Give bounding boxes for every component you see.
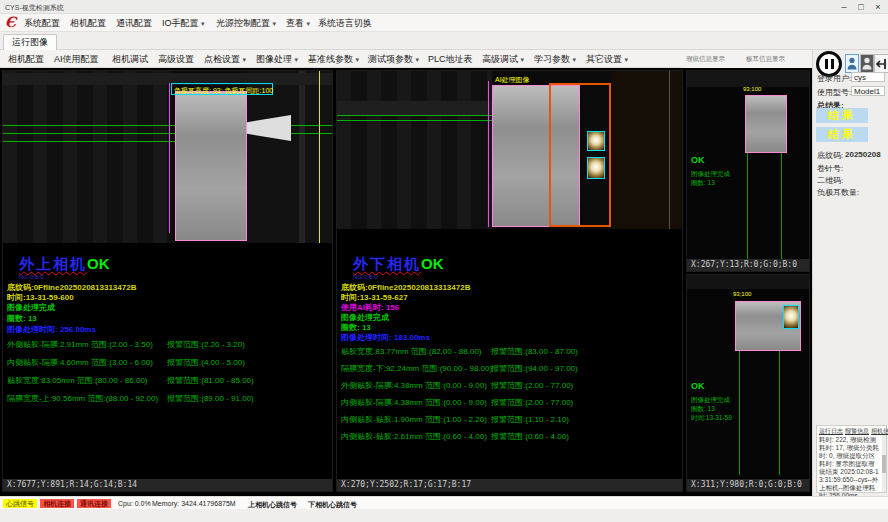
toggle-defect-info[interactable]: 瑕疵信息显示 [686,55,725,64]
log-tab-run[interactable]: 运行日志 [819,428,843,434]
tab-glow-spot [587,157,605,179]
alarm-range: 报警范围:(0.60 - 4.00) [491,431,569,442]
separator-film-region [745,95,787,153]
chevron-down-icon: ▾ [625,56,629,63]
menu-light-config[interactable]: 光源控制配置 ▾ [216,17,276,30]
measurement-text: 贴胶宽度:83.77mm 范围:(82.00 - 88.00) [341,347,482,356]
heartbeat-badge: 心跳信号 [3,499,37,508]
alarm-range: 报警范围:(2.00 - 77.00) [491,380,573,391]
logout-button[interactable] [874,54,888,73]
log-scrollbar[interactable] [882,435,886,492]
process-time-line: 图像处理时间: 256.00ms [7,324,96,335]
measurement-text: 外侧贴胶-隔膜:2.91mm 范围:(2.00 - 3.50) [7,340,153,349]
camera-image-side-bottom: 93;100 OK 图像处理完成 圈数: 13 时间:13-31-59 [687,275,810,481]
tool-spot-check[interactable]: 点检设置 ▾ [204,53,246,66]
chevron-down-icon: ▾ [295,56,299,63]
chevron-down-icon: ▾ [416,56,420,63]
tool-image-processing[interactable]: 图像处理 ▾ [256,53,298,66]
log-scrollbar-thumb[interactable] [882,455,886,473]
tab-count-label: 负极耳数量: [817,187,859,198]
title-bar: CYS-视觉检测系统 – □ × [0,0,888,14]
ai-detect-box [549,83,611,227]
maximize-icon[interactable]: □ [853,1,869,13]
ok-flag: OK [87,255,110,272]
measurement-text: 隔膜宽度-上:90.56mm 范围:(88.00 - 92.00) [7,394,158,403]
menu-bar: Є 系统配置 相机配置 通讯配置 IO手配置 ▾ 光源控制配置 ▾ 查看 ▾ 系… [0,14,888,32]
log-panel: 运行日志报警信息相机信息 耗时: 222, 瑕疵检测耗时: 17, 瑕疵分类耗时… [816,425,887,493]
alarm-range: 报警范围:(1.10 - 2.10) [491,414,569,425]
login-user-value: cys [851,72,885,82]
app-window: CYS-视觉检测系统 – □ × Є 系统配置 相机配置 通讯配置 IO手配置 … [0,0,888,522]
minimize-icon[interactable]: – [836,1,852,13]
measurement-text: 贴胶宽度:83.05mm 范围:(80.00 - 86.00) [7,376,148,385]
tab-measure-label: 93;100 [743,86,761,92]
main-view: 负极耳高度: 93; 负极耳间距:100 外上相机OK NG:0;B:0 底纹码… [0,68,812,496]
upper-camera-heartbeat: 上相机心跳信号 [248,500,297,510]
pause-icon [825,59,828,69]
status-line: 圈数: 13 [691,178,715,187]
tool-advanced-debug[interactable]: 高级调试 ▾ [482,53,524,66]
menu-comm-config[interactable]: 通讯配置 [116,17,152,30]
memory-usage: Memory: 3424.41796875M [152,500,236,507]
measurement-row: 内侧贴胶-隔膜:4.60mm 范围:(3.00 - 6.00) 报警范围:(4.… [7,357,332,371]
window-title: CYS-视觉检测系统 [5,3,64,13]
ok-flag: OK [421,255,444,272]
tool-advanced-settings[interactable]: 高级设置 [158,53,194,66]
measurement-text: 内侧贴胶-隔膜:4.38mm 范围:(0.00 - 9.00) [341,398,487,407]
tool-ai-config[interactable]: AI使用配置 [54,53,99,66]
tool-baseline-params[interactable]: 基准线参数 ▾ [308,53,359,66]
close-icon[interactable]: × [870,1,886,13]
chevron-down-icon: ▾ [243,56,247,63]
status-line: 圈数: 13 [691,404,715,413]
qr-code-label: 二维码: [817,175,843,186]
ok-flag: OK [691,155,705,165]
menu-view[interactable]: 查看 ▾ [286,17,310,30]
process-time-line: 图像处理时间: 183.00ms [341,332,430,343]
measurement-row: 贴胶宽度:83.05mm 范围:(80.00 - 86.00) 报警范围:(81… [7,375,332,389]
measurement-text: 外侧贴胶-隔膜:4.38mm 范围:(0.00 - 9.00) [341,381,487,390]
tool-plc-table[interactable]: PLC地址表 [428,53,473,66]
log-tab-alarm[interactable]: 报警信息 [845,428,869,434]
status-line: 图像处理完成 [691,395,730,404]
pin-number-label: 卷针号: [817,163,843,174]
tab-run-image[interactable]: 运行图像 [3,34,57,50]
alarm-range: 报警范围:(2.00 - 77.00) [491,397,573,408]
measurement-text: 内侧贴胶-贴胶:1.90mm 范围:(1.00 - 2.20) [341,415,487,424]
toggle-tab-info[interactable]: 极耳信息显示 [746,55,785,64]
turns-line: 圈数: 13 [7,313,37,324]
ok-flag: OK [691,381,705,391]
measurement-row: 隔膜宽度-下:92.24mm 范围:(90.00 - 98.00) 报警范围:(… [341,363,682,377]
menu-language-switch[interactable]: 系统语言切换 [318,17,372,30]
menu-camera-config[interactable]: 相机配置 [70,17,106,30]
separator-film-region [175,91,247,241]
tool-camera-debug[interactable]: 相机调试 [112,53,148,66]
alarm-range: 报警范围:(4.00 - 5.00) [167,357,245,368]
status-line: 时间:13-31-59 [691,413,732,422]
pixel-coords-bar: X:7677;Y:891;R:14;G:14;B:14 [3,479,332,491]
pause-icon [831,59,834,69]
login-user-label: 登录用户: [817,73,851,84]
tool-test-params[interactable]: 测试项参数 ▾ [368,53,419,66]
user-icon [847,57,857,70]
tool-other-settings[interactable]: 其它设置 ▾ [586,53,628,66]
measurement-row: 内侧贴胶-贴胶:2.61mm 范围:(0.60 - 4.00) 报警范围:(0.… [341,431,682,445]
camera-result-title: 外上相机OK [19,255,110,274]
menu-io-config[interactable]: IO手配置 ▾ [162,17,205,30]
tab-glow-spot [783,305,799,329]
tool-camera-config[interactable]: 相机配置 [8,53,44,66]
measurement-row: 内侧贴胶-贴胶:1.90mm 范围:(1.00 - 2.20) 报警范围:(1.… [341,414,682,428]
camera-image-upper: 负极耳高度: 93; 负极耳间距:100 [3,71,333,243]
camera-panel-side-bottom: 93;100 OK 图像处理完成 圈数: 13 时间:13-31-59 X:31… [686,274,810,492]
barcode-value: 20250208 [845,150,881,159]
login-user-button[interactable] [845,54,859,73]
chevron-down-icon: ▾ [307,20,311,27]
log-tab-camera[interactable]: 相机信息 [871,428,888,434]
switch-user-button[interactable] [860,54,874,73]
measurement-row: 内侧贴胶-隔膜:4.38mm 范围:(0.00 - 9.00) 报警范围:(2.… [341,397,682,411]
pixel-coords-bar: X:311;Y:980;R:0;G:0;B:0 [687,479,809,491]
app-logo-icon: Є [5,14,16,30]
measure-label-box: 负极耳高度: 93; 负极耳间距:100 [171,83,273,95]
menu-system-config[interactable]: 系统配置 [24,17,60,30]
alarm-range: 报警范围:(2.20 - 3.20) [167,339,245,350]
tool-learning-params[interactable]: 学习参数 ▾ [534,53,576,66]
